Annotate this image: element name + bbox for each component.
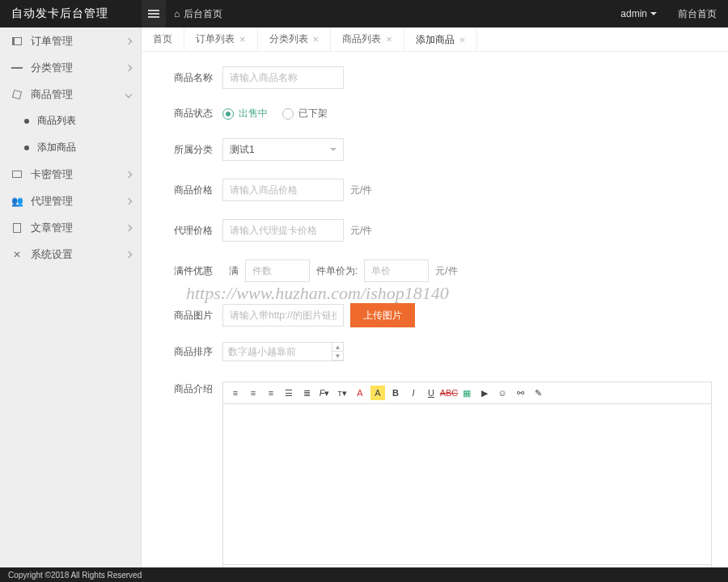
- font-size-icon[interactable]: т▾: [335, 386, 349, 400]
- spin-down-icon[interactable]: ▼: [332, 352, 343, 361]
- nav-label: 代理管理: [31, 194, 73, 209]
- frontend-link[interactable]: 前台首页: [667, 7, 728, 21]
- status-on-radio[interactable]: 出售中: [222, 107, 268, 120]
- tab-goods-add[interactable]: 添加商品×: [404, 27, 478, 51]
- image-url-input[interactable]: [222, 304, 344, 327]
- footer: Copyright ©2018 All Rights Reserved: [0, 567, 728, 582]
- status-off-text: 已下架: [298, 107, 328, 120]
- close-icon[interactable]: ×: [386, 33, 392, 45]
- font-color-icon[interactable]: A: [353, 386, 367, 400]
- home-icon: ⌂: [174, 8, 180, 19]
- nav-goods-list[interactable]: 商品列表: [0, 108, 141, 134]
- upload-button[interactable]: 上传图片: [350, 303, 415, 327]
- bold-icon[interactable]: B: [388, 386, 403, 400]
- topbar: 自动发卡后台管理 ⌂ 后台首页 admin 前台首页: [0, 0, 728, 27]
- nav-system[interactable]: ✕系统设置: [0, 241, 141, 268]
- admin-home-link[interactable]: ⌂ 后台首页: [166, 7, 231, 21]
- link-icon[interactable]: ⚯: [513, 386, 527, 400]
- discount-mid-text: 件单价为:: [316, 264, 358, 278]
- spin-up-icon[interactable]: ▲: [332, 343, 343, 352]
- align-left-icon[interactable]: ≡: [228, 386, 243, 400]
- settings-icon: ✕: [11, 249, 23, 260]
- card-icon: [12, 171, 22, 178]
- brand-title: 自动发卡后台管理: [0, 6, 142, 21]
- sidebar-toggle-button[interactable]: [142, 0, 166, 27]
- nav-orders[interactable]: 订单管理: [0, 27, 141, 54]
- italic-icon[interactable]: I: [406, 386, 421, 400]
- category-label: 所属分类: [174, 143, 222, 157]
- ordered-list-icon[interactable]: ☰: [281, 386, 296, 400]
- discount-label: 满件优惠: [174, 264, 222, 278]
- close-icon[interactable]: ×: [459, 34, 466, 46]
- desc-label: 商品介绍: [174, 382, 222, 396]
- category-icon: [11, 62, 23, 74]
- emoji-icon[interactable]: ☺: [495, 386, 510, 400]
- status-on-text: 出售中: [239, 107, 268, 120]
- image-icon[interactable]: ▦: [459, 386, 474, 400]
- nav-goods-add[interactable]: 添加商品: [0, 134, 141, 161]
- name-input[interactable]: [222, 66, 344, 89]
- copyright: Copyright ©2018 All Rights Reserved: [8, 571, 142, 580]
- clear-format-icon[interactable]: ✎: [531, 386, 545, 400]
- chevron-icon: [125, 251, 132, 257]
- editor-toolbar: ≡ ≡ ≡ ☰ ≣ F▾ т▾ A A B I U ABC ▦ ▶ ☺ ⚯ ✎: [222, 382, 712, 403]
- editor-textarea[interactable]: [222, 403, 712, 565]
- chevron-icon: [125, 37, 132, 44]
- close-icon[interactable]: ×: [239, 33, 246, 45]
- tab-label: 首页: [153, 32, 172, 46]
- discount-price-input[interactable]: [364, 259, 429, 282]
- nav-label: 文章管理: [31, 221, 73, 235]
- form-panel: 商品名称 商品状态 出售中 已下架 所属分类 测试1 商品价格 元/件 代理价格…: [142, 52, 728, 567]
- align-center-icon[interactable]: ≡: [246, 386, 260, 400]
- price-label: 商品价格: [174, 183, 222, 197]
- nav-goods[interactable]: 商品管理: [0, 81, 141, 108]
- chevron-icon: [125, 197, 132, 204]
- goods-icon: [12, 89, 22, 99]
- category-select[interactable]: 测试1: [222, 138, 344, 161]
- nav-label: 分类管理: [31, 61, 73, 75]
- tab-label: 添加商品: [416, 33, 455, 47]
- chevron-down-icon: [125, 91, 132, 97]
- tab-goods-list[interactable]: 商品列表×: [331, 27, 404, 51]
- tab-label: 商品列表: [342, 32, 381, 46]
- admin-home-label: 后台首页: [184, 7, 222, 21]
- tab-label: 分类列表: [269, 32, 308, 46]
- nav-cards[interactable]: 卡密管理: [0, 161, 141, 188]
- strike-icon[interactable]: ABC: [442, 386, 456, 400]
- order-icon: [12, 37, 22, 45]
- underline-icon[interactable]: U: [424, 386, 438, 400]
- video-icon[interactable]: ▶: [477, 386, 492, 400]
- highlight-icon[interactable]: A: [370, 386, 385, 400]
- close-icon[interactable]: ×: [313, 33, 320, 45]
- agent-icon: 👥: [11, 196, 23, 207]
- discount-qty-input[interactable]: [245, 259, 310, 282]
- tab-category-list[interactable]: 分类列表×: [258, 27, 332, 51]
- nav-categories[interactable]: 分类管理: [0, 54, 141, 81]
- price-unit: 元/件: [350, 183, 372, 197]
- status-label: 商品状态: [174, 107, 222, 120]
- dropdown-icon: [330, 148, 336, 154]
- align-right-icon[interactable]: ≡: [264, 386, 278, 400]
- article-icon: [13, 223, 21, 233]
- caret-down-icon: [650, 12, 657, 19]
- status-off-radio[interactable]: 已下架: [282, 107, 328, 120]
- subnav-label: 添加商品: [37, 141, 76, 154]
- unordered-list-icon[interactable]: ≣: [299, 386, 314, 400]
- agent-price-input[interactable]: [222, 219, 344, 242]
- font-family-icon[interactable]: F▾: [317, 386, 332, 400]
- nav-agents[interactable]: 👥代理管理: [0, 188, 141, 214]
- nav-label: 卡密管理: [31, 167, 73, 182]
- discount-unit: 元/件: [435, 264, 457, 278]
- nav-articles[interactable]: 文章管理: [0, 214, 141, 241]
- user-name: admin: [620, 8, 647, 19]
- sort-input[interactable]: 数字越小越靠前▲▼: [222, 342, 344, 361]
- sort-placeholder: 数字越小越靠前: [228, 345, 296, 359]
- tab-home[interactable]: 首页: [142, 27, 184, 51]
- tab-order-list[interactable]: 订单列表×: [184, 27, 258, 51]
- bullet-icon: [24, 119, 29, 124]
- chevron-icon: [125, 64, 132, 70]
- nav-label: 商品管理: [31, 87, 73, 102]
- user-menu[interactable]: admin: [611, 8, 667, 19]
- price-input[interactable]: [222, 179, 344, 201]
- chevron-icon: [125, 171, 132, 177]
